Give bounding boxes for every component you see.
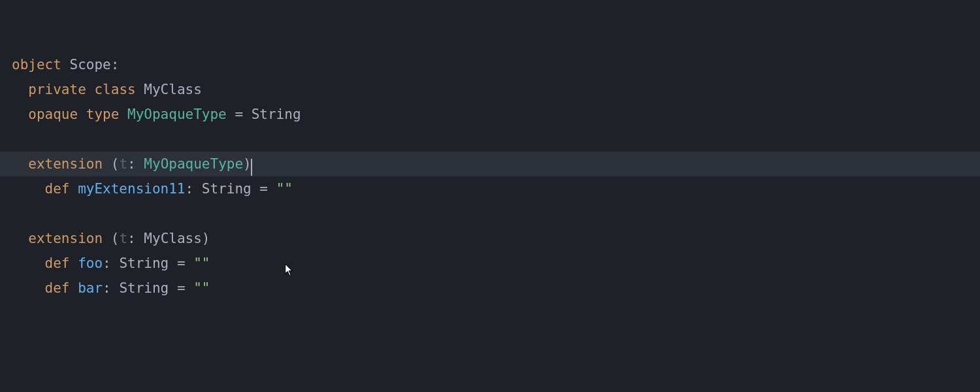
code-line[interactable]: private class MyClass [12,77,980,102]
code-token: String [119,255,169,271]
code-token: MyClass [144,82,202,97]
code-token: t [119,156,127,172]
code-token: bar [78,280,103,296]
code-token: foo [78,255,103,271]
code-token: extension [28,156,110,172]
code-token: t [119,231,127,246]
code-token: : [111,57,120,73]
code-editor[interactable]: object Scope: private class MyClass opaq… [0,0,980,392]
code-token: "" [276,181,293,197]
code-token: MyOpaqueType [144,156,243,172]
code-token: "" [193,255,210,271]
code-token: opaque [28,106,86,122]
indent [12,255,45,271]
code-token: = [169,255,193,271]
indent [12,156,28,172]
code-token: myExtension11 [78,181,185,197]
code-line[interactable]: extension (t: MyClass) [12,226,980,251]
code-token: "" [193,280,210,296]
code-token: private [28,82,94,97]
code-line[interactable] [12,201,980,226]
code-line[interactable] [12,127,980,152]
text-cursor [251,159,252,176]
code-token: String [119,280,169,296]
code-token: def [45,280,78,296]
code-line[interactable]: opaque type MyOpaqueType = String [12,102,980,127]
code-line[interactable]: def bar: String = "" [12,276,980,301]
code-token: type [86,106,127,122]
code-token: def [45,181,78,197]
indent [12,106,28,122]
code-token: = [227,106,252,122]
code-token: def [45,255,78,271]
code-token: MyClass [144,231,202,246]
indent [12,181,45,197]
code-line[interactable]: def myExtension11: String = "" [12,176,980,201]
indent [12,231,28,246]
code-token: : [103,255,119,271]
code-token: ( [111,156,120,172]
code-token: : [127,156,144,172]
code-token: class [94,82,144,97]
code-token: ( [111,231,120,246]
code-token: extension [28,231,110,246]
code-line[interactable]: extension (t: MyOpaqueType) [0,152,980,176]
code-token: MyOpaqueType [127,106,227,122]
indent [12,82,28,97]
code-token: object [12,57,70,73]
code-token: : [186,181,202,197]
code-line[interactable]: object Scope: [12,52,980,77]
code-token: ) [202,231,210,246]
code-token: String [252,106,301,122]
code-line[interactable]: def foo: String = "" [12,251,980,276]
code-token: : [103,280,119,296]
code-token: = [169,280,193,296]
code-token: = [252,181,276,197]
code-token: : [127,231,144,246]
code-token: Scope [70,57,111,73]
indent [12,280,45,296]
code-token: String [202,181,252,197]
